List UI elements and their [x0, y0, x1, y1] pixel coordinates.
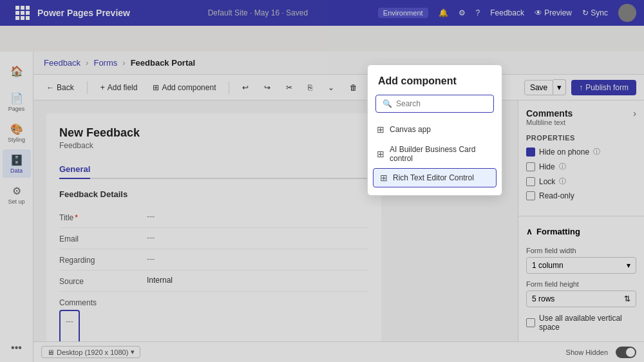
component-item-canvas-app[interactable]: ⊞ Canvas app	[368, 119, 502, 140]
canvas-app-icon: ⊞	[377, 124, 384, 135]
add-component-dialog: Add component 🔍 ⊞ Canvas app ⊞ AI Builde…	[367, 64, 502, 196]
rich-text-label: Rich Text Editor Control	[393, 173, 474, 182]
canvas-app-label: Canvas app	[390, 125, 431, 134]
overlay-backdrop[interactable]	[0, 0, 644, 362]
dialog-title: Add component	[368, 65, 502, 95]
component-item-ai-builder[interactable]: ⊞ AI Builder Business Card control	[368, 140, 502, 168]
component-item-rich-text[interactable]: ⊞ Rich Text Editor Control	[373, 168, 497, 187]
rich-text-icon: ⊞	[380, 173, 388, 183]
ai-builder-label: AI Builder Business Card control	[390, 145, 493, 163]
ai-builder-icon: ⊞	[377, 149, 384, 159]
dialog-search-box[interactable]: 🔍	[375, 95, 494, 113]
search-icon: 🔍	[383, 99, 392, 108]
search-input[interactable]	[396, 99, 493, 108]
